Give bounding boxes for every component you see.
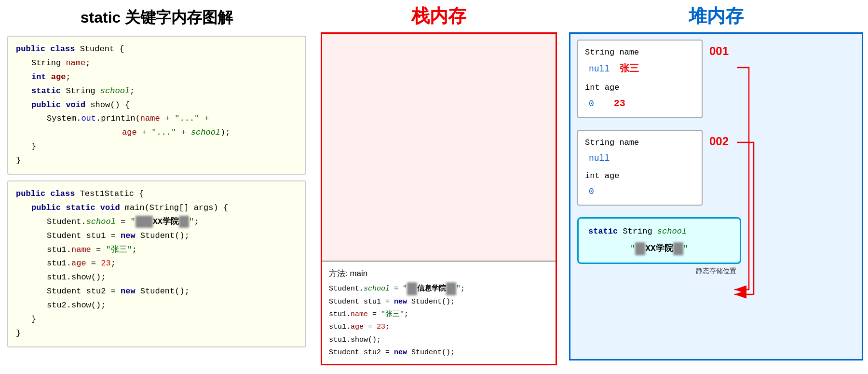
heap-area: String name null 张三 int age 0 23 001 Str… bbox=[569, 32, 863, 360]
heap-section: 堆内存 String name null 张三 int age 0 23 001… bbox=[564, 0, 868, 374]
student-class-code: public class Student { String name; int … bbox=[7, 36, 306, 175]
heap-obj-001: String name null 张三 int age 0 23 bbox=[577, 40, 703, 118]
heap-obj-002-row: String name null int age 0 002 bbox=[577, 130, 855, 212]
static-storage-box: static String school " XX学院 " bbox=[577, 217, 741, 264]
stack-title: 栈内存 bbox=[316, 0, 562, 32]
stack-method-box: 方法: main Student.school = " 信息学院 "; Stud… bbox=[322, 261, 556, 364]
left-section: static 关键字内存图解 public class Student { St… bbox=[0, 0, 313, 374]
heap-title: 堆内存 bbox=[564, 0, 868, 32]
stack-section: 栈内存 方法: main Student.school = " 信息学院 "; … bbox=[316, 0, 562, 374]
heap-obj-001-row: String name null 张三 int age 0 23 001 bbox=[577, 40, 855, 125]
static-footer-label: 静态存储位置 bbox=[577, 267, 855, 276]
test1static-class-code: public class Test1Static { public static… bbox=[7, 180, 306, 347]
stack-area: 方法: main Student.school = " 信息学院 "; Stud… bbox=[321, 32, 557, 365]
obj-001-label: 001 bbox=[709, 44, 729, 58]
page-title: static 关键字内存图解 bbox=[7, 7, 306, 28]
obj-002-label: 002 bbox=[709, 135, 729, 148]
heap-obj-002: String name null int age 0 bbox=[577, 130, 703, 205]
